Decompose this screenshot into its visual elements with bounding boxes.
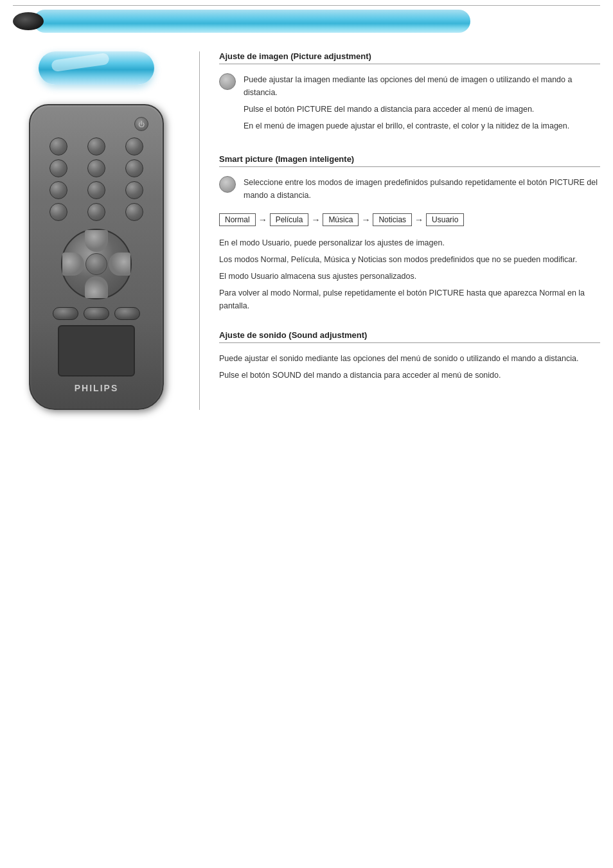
section1-para3: En el menú de imagen puede ajustar el br…	[244, 120, 600, 132]
mode-musica: Música	[323, 213, 359, 226]
section1-button-indicator	[219, 73, 236, 90]
section1-header-row: Puede ajustar la imagen mediante las opc…	[219, 73, 600, 136]
remote-nav-cross	[61, 229, 132, 299]
remote-btn-9	[125, 181, 143, 199]
arrow-4: →	[414, 215, 423, 225]
section2-extra4: Para volver al modo Normal, pulse repeti…	[219, 287, 600, 312]
remote-bottom-row	[42, 307, 151, 320]
remote-oval-btn-2	[84, 307, 109, 320]
vertical-divider	[199, 51, 200, 410]
section3-para1: Puede ajustar el sonido mediante las opc…	[219, 352, 600, 365]
remote-btn-7	[49, 181, 67, 199]
section1-text: Puede ajustar la imagen mediante las opc…	[244, 73, 600, 136]
main-layout: ⏻	[13, 51, 600, 410]
mode-noticias: Noticias	[373, 213, 412, 226]
mode-usuario: Usuario	[426, 213, 464, 226]
mode-pelicula: Película	[270, 213, 309, 226]
section-sound-adjustment: Ajuste de sonido (Sound adjustment) Pued…	[219, 330, 600, 382]
remote-nav-left	[62, 252, 84, 276]
mode-sequence: Normal → Película → Música → Noticias → …	[219, 213, 600, 226]
remote-btn-12	[125, 203, 143, 221]
remote-nav-up	[85, 230, 108, 252]
remote-btn-2	[87, 137, 105, 155]
section2-header-row: Seleccione entre los modos de imagen pre…	[219, 176, 600, 206]
section2-para1: Seleccione entre los modos de imagen pre…	[244, 176, 600, 202]
section3-text: Puede ajustar el sonido mediante las opc…	[219, 352, 600, 382]
right-content: Ajuste de imagen (Picture adjustment) Pu…	[213, 51, 600, 410]
arrow-3: →	[361, 215, 370, 225]
remote-numpad	[42, 137, 151, 221]
section2-extra3: El modo Usuario almacena sus ajustes per…	[219, 270, 600, 283]
remote-power-row: ⏻	[42, 117, 151, 131]
section2-extra-text: En el modo Usuario, puede personalizar l…	[219, 236, 600, 312]
mode-normal: Normal	[219, 213, 256, 226]
header-pill-black	[13, 12, 44, 30]
section2-intro-text: Seleccione entre los modos de imagen pre…	[244, 176, 600, 206]
remote-control: ⏻	[29, 104, 164, 410]
remote-nav-down	[85, 276, 108, 298]
remote-btn-5	[87, 159, 105, 177]
remote-btn-4	[49, 159, 67, 177]
section2-button-indicator	[219, 176, 236, 193]
sidebar-decoration-pill	[39, 51, 154, 85]
section3-para2: Pulse el botón SOUND del mando a distanc…	[219, 369, 600, 382]
header-bar	[13, 5, 600, 39]
section2-extra2: Los modos Normal, Película, Música y Not…	[219, 253, 600, 266]
remote-btn-6	[125, 159, 143, 177]
remote-btn-1	[49, 137, 67, 155]
section3-title: Ajuste de sonido (Sound adjustment)	[219, 330, 600, 343]
section1-para1: Puede ajustar la imagen mediante las opc…	[244, 73, 600, 99]
section-smart-picture: Smart picture (Imagen inteligente) Selec…	[219, 154, 600, 312]
remote-btn-11	[87, 203, 105, 221]
section1-para2: Pulse el botón PICTURE del mando a dista…	[244, 103, 600, 116]
remote-oval-btn-1	[53, 307, 78, 320]
section2-title: Smart picture (Imagen inteligente)	[219, 154, 600, 167]
arrow-2: →	[311, 215, 320, 225]
section1-title: Ajuste de imagen (Picture adjustment)	[219, 51, 600, 64]
remote-brand-label: PHILIPS	[42, 383, 151, 393]
remote-screen-area	[58, 325, 135, 376]
arrow-1: →	[258, 215, 267, 225]
left-sidebar: ⏻	[13, 51, 186, 410]
remote-btn-10	[49, 203, 67, 221]
power-button-icon: ⏻	[134, 117, 148, 131]
remote-btn-8	[87, 181, 105, 199]
remote-nav-center	[85, 253, 107, 275]
remote-btn-3	[125, 137, 143, 155]
remote-nav-right	[109, 252, 130, 276]
section2-extra1: En el modo Usuario, puede personalizar l…	[219, 236, 600, 249]
remote-oval-btn-3	[114, 307, 140, 320]
header-pill-blue	[33, 10, 470, 33]
section-image-adjustment: Ajuste de imagen (Picture adjustment) Pu…	[219, 51, 600, 136]
header-pill-container	[13, 10, 475, 34]
